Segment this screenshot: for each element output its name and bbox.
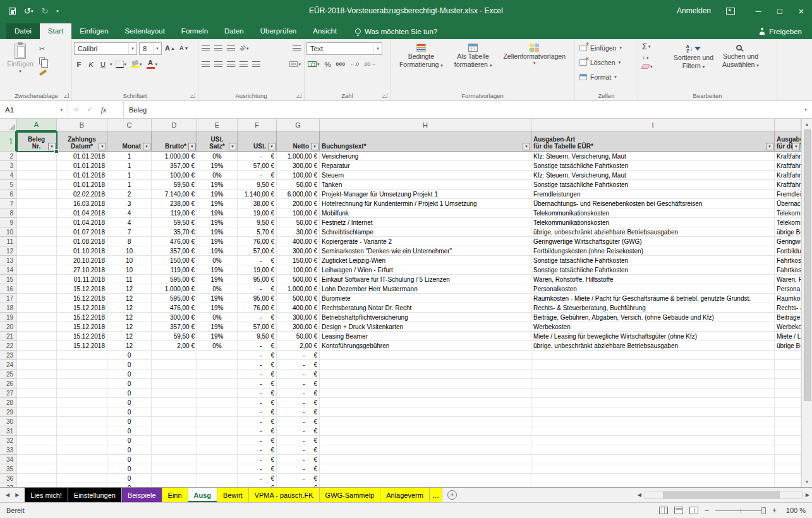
cell-G5[interactable]: 50,00 €	[277, 180, 320, 190]
cell-I9[interactable]: Telekommunikationskosten	[531, 218, 775, 227]
cell-I8[interactable]: Telekommunikationskosten	[531, 208, 775, 218]
cell-I11[interactable]: Geringwertige Wirtschaftsgüter (GWG)	[531, 237, 775, 246]
cell-D13[interactable]: 150,00 €	[152, 256, 197, 265]
cell-B26[interactable]	[57, 379, 107, 388]
cell-B28[interactable]	[57, 398, 107, 407]
cell-A14[interactable]	[16, 265, 57, 275]
cell-F28[interactable]: - €	[238, 398, 277, 407]
delete-cells-button[interactable]: Löschen▾	[577, 56, 624, 69]
cell-I26[interactable]	[531, 379, 775, 388]
column-header-f[interactable]: F	[238, 119, 277, 131]
cell-E28[interactable]	[197, 398, 238, 407]
cell-B6[interactable]: 02.02.2018	[57, 190, 107, 199]
column-header-h[interactable]: H	[320, 119, 531, 131]
sheet-scroll-left-button[interactable]: ◀	[6, 492, 9, 498]
cell-G20[interactable]: 300,00 €	[277, 322, 320, 332]
cell-C37[interactable]: 0	[107, 483, 152, 487]
clipboard-dialog-launcher[interactable]	[64, 93, 69, 98]
cell-G21[interactable]: 50,00 €	[277, 332, 320, 341]
cell-D34[interactable]	[152, 455, 197, 464]
cell-J14[interactable]: Fahrtkost	[775, 265, 801, 275]
row-header-37[interactable]: 37	[0, 483, 16, 487]
row-header-2[interactable]: 2	[0, 152, 16, 161]
cell-E36[interactable]	[197, 474, 238, 483]
cell-F23[interactable]: - €	[238, 351, 277, 360]
cell-J7[interactable]: Übernach	[775, 199, 801, 208]
cell-F27[interactable]: - €	[238, 388, 277, 398]
filter-button-E[interactable]: ▼	[229, 143, 236, 150]
row-header-7[interactable]: 7	[0, 199, 16, 208]
cell-G11[interactable]: 400,00 €	[277, 237, 320, 246]
cell-D22[interactable]: 2,00 €	[152, 341, 197, 351]
cell-F33[interactable]: - €	[238, 445, 277, 455]
cell-B33[interactable]	[57, 445, 107, 455]
cell-I21[interactable]: Miete / Leasing für bewegliche Wirtschaf…	[531, 332, 775, 341]
cell-G37[interactable]: - €	[277, 483, 320, 487]
decrease-decimal-button[interactable]: ,00→	[362, 58, 377, 70]
header-cell-F1[interactable]: USt.▼	[238, 131, 277, 152]
cell-J12[interactable]: Fortbildu	[775, 246, 801, 256]
cell-J18[interactable]: Rechts- &	[775, 303, 801, 313]
cell-C9[interactable]: 4	[107, 218, 152, 227]
cell-A20[interactable]	[16, 322, 57, 332]
cell-I33[interactable]	[531, 445, 775, 455]
merge-center-button[interactable]: ▾	[288, 58, 302, 70]
cell-G16[interactable]: 1.000,00 €	[277, 284, 320, 294]
row-header-19[interactable]: 19	[0, 313, 16, 322]
cell-B20[interactable]: 15.12.2018	[57, 322, 107, 332]
cell-E29[interactable]	[197, 407, 238, 417]
row-header-21[interactable]: 21	[0, 332, 16, 341]
cell-C31[interactable]: 0	[107, 426, 152, 436]
cell-G12[interactable]: 300,00 €	[277, 246, 320, 256]
cell-J10[interactable]: übrige Be	[775, 227, 801, 237]
cell-G27[interactable]: - €	[277, 388, 320, 398]
cell-B27[interactable]	[57, 388, 107, 398]
shrink-font-button[interactable]: A▼	[178, 42, 190, 54]
cell-G17[interactable]: 500,00 €	[277, 294, 320, 303]
cell-I24[interactable]	[531, 360, 775, 370]
row-header-5[interactable]: 5	[0, 180, 16, 190]
cell-H16[interactable]: Lohn Dezember Herr Mustermann	[320, 284, 531, 294]
column-header-b[interactable]: B	[57, 119, 107, 131]
cell-I10[interactable]: übrige, unbeschränkt abziehbare Betriebs…	[531, 227, 775, 237]
insert-cells-button[interactable]: Einfügen▾	[577, 41, 624, 54]
format-cells-button[interactable]: Format▾	[577, 70, 624, 83]
italic-button[interactable]: K	[86, 58, 96, 70]
cell-B4[interactable]: 01.01.2018	[57, 171, 107, 180]
cell-D30[interactable]	[152, 417, 197, 426]
cell-H3[interactable]: Reparatur	[320, 161, 531, 171]
zoom-slider-handle[interactable]	[761, 507, 766, 514]
cell-J21[interactable]: Miete / L	[775, 332, 801, 341]
number-format-combo[interactable]: Text▾	[306, 42, 382, 55]
ribbon-tab-seitenlayout[interactable]: Seitenlayout	[117, 23, 173, 39]
cell-J5[interactable]: Kraftfahr	[775, 180, 801, 190]
cell-I25[interactable]	[531, 370, 775, 379]
sort-filter-button[interactable]: AZ↓ Sortieren und Filtern ▾	[669, 41, 718, 69]
row-header-18[interactable]: 18	[0, 303, 16, 313]
cancel-entry-button[interactable]: ×	[75, 106, 78, 113]
cell-D35[interactable]	[152, 464, 197, 474]
scroll-up-icon[interactable]: ▲	[805, 120, 809, 128]
align-right-button[interactable]	[226, 58, 236, 70]
cell-C21[interactable]: 12	[107, 332, 152, 341]
cell-F30[interactable]: - €	[238, 417, 277, 426]
cell-A36[interactable]	[16, 474, 57, 483]
cell-C29[interactable]: 0	[107, 407, 152, 417]
cell-J34[interactable]	[775, 455, 801, 464]
vertical-scroll-thumb[interactable]	[804, 130, 811, 401]
cell-C25[interactable]: 0	[107, 370, 152, 379]
cell-E37[interactable]	[197, 483, 238, 487]
cell-F11[interactable]: 76,00 €	[238, 237, 277, 246]
cell-I36[interactable]	[531, 474, 775, 483]
row-header-29[interactable]: 29	[0, 407, 16, 417]
cell-D21[interactable]: 59,50 €	[152, 332, 197, 341]
cell-E4[interactable]: 0%	[197, 171, 238, 180]
cell-H19[interactable]: Betriebshaftpflichtversicherung	[320, 313, 531, 322]
cell-B19[interactable]: 15.12.2018	[57, 313, 107, 322]
cell-B8[interactable]: 01.04.2018	[57, 208, 107, 218]
cell-I34[interactable]	[531, 455, 775, 464]
cell-F3[interactable]: 57,00 €	[238, 161, 277, 171]
cell-B12[interactable]: 01.10.2018	[57, 246, 107, 256]
cell-F16[interactable]: - €	[238, 284, 277, 294]
cell-J24[interactable]	[775, 360, 801, 370]
